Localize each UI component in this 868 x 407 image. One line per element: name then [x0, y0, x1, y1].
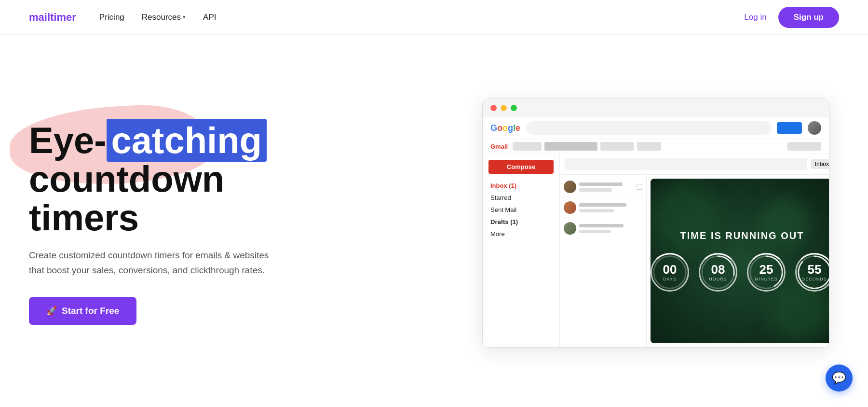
title-catching: catching [107, 119, 267, 162]
google-search-button[interactable] [777, 122, 802, 134]
nav-api[interactable]: API [203, 13, 216, 22]
avatar-2 [564, 201, 576, 214]
nav-resources[interactable]: Resources ▾ [142, 13, 186, 22]
hero-section: Eye-catching countdown timers Create cus… [0, 35, 868, 402]
rocket-icon: 🚀 [46, 306, 57, 316]
timer-hours-circle: 08 HOURS [699, 253, 737, 292]
email-line-2b [579, 209, 614, 212]
gmail-nav-inbox[interactable]: Inbox (1) [483, 180, 559, 192]
nav-links: Pricing Resources ▾ API [99, 13, 217, 22]
timer-days-svg [652, 254, 688, 290]
email-line-3b [579, 230, 611, 233]
gmail-tab-2[interactable] [544, 142, 597, 151]
email-line-3a [579, 224, 624, 227]
email-row-1[interactable] [560, 177, 646, 197]
google-search-bar[interactable] [526, 121, 771, 135]
email-preview-2 [579, 203, 642, 212]
logo-mail: mail [29, 11, 50, 23]
email-preview-1 [579, 182, 634, 192]
hero-title-line2: countdown timers [29, 160, 338, 237]
svg-point-0 [654, 256, 686, 289]
browser-dot-red [490, 105, 497, 111]
gmail-nav-starred[interactable]: Starred [483, 192, 559, 204]
avatar-3 [564, 222, 576, 235]
timer-seconds-circle: 55 SECONDS [795, 253, 829, 292]
navbar: mailtimer Pricing Resources ▾ API Log in… [0, 0, 868, 35]
email-row-3[interactable] [560, 218, 646, 239]
gmail-tab-3[interactable] [600, 142, 634, 151]
avatar-1 [564, 181, 576, 193]
nav-pricing[interactable]: Pricing [99, 13, 124, 22]
brand-logo[interactable]: mailtimer [29, 11, 76, 24]
timer-minutes-circle: 25 MINUTES [747, 253, 786, 292]
email-line-1b [579, 188, 612, 192]
gmail-tab-1[interactable] [513, 142, 542, 151]
user-avatar[interactable] [808, 121, 821, 135]
start-for-free-button[interactable]: 🚀 Start for Free [29, 297, 136, 325]
nav-right: Log in Sign up [744, 7, 839, 28]
browser-chrome [483, 99, 829, 117]
gmail-nav-drafts[interactable]: Drafts (1) [483, 216, 559, 228]
hero-left: Eye-catching countdown timers Create cus… [29, 121, 338, 325]
signup-button[interactable]: Sign up [778, 7, 839, 28]
gmail-nav-sent[interactable]: Sent Mail [483, 204, 559, 216]
hero-description: Create customized countdown timers for e… [29, 248, 280, 278]
nav-left: mailtimer Pricing Resources ▾ API [29, 11, 216, 24]
login-link[interactable]: Log in [744, 13, 766, 22]
timer-minutes-svg [748, 254, 784, 290]
chevron-down-icon: ▾ [183, 14, 186, 20]
timer-circles: 00 DAYS 08 [651, 253, 829, 292]
browser-dot-yellow [501, 105, 507, 111]
email-checkbox-1[interactable] [637, 184, 642, 190]
email-line-2a [579, 203, 626, 207]
gmail-tab-5[interactable] [787, 142, 821, 151]
gmail-content-area: TIME IS RUNNING OUT 00 [560, 175, 829, 347]
email-list [560, 175, 647, 347]
browser-dot-green [511, 105, 517, 111]
email-preview-3 [579, 224, 642, 233]
timer-title: TIME IS RUNNING OUT [680, 230, 804, 241]
google-logo: Google [490, 123, 520, 133]
inbox-bar: Inbox [560, 154, 829, 175]
logo-timer: timer [50, 11, 76, 23]
chat-icon: 💬 [832, 371, 846, 385]
cta-label: Start for Free [62, 306, 119, 316]
timer-preview: TIME IS RUNNING OUT 00 [651, 179, 829, 343]
hero-right: Google Gmail [338, 98, 839, 348]
compose-button[interactable]: Compose [488, 160, 554, 174]
inbox-badge: Inbox [811, 159, 829, 169]
email-row-2[interactable] [560, 197, 646, 218]
chat-bubble[interactable]: 💬 [826, 365, 853, 392]
gmail-sidebar: Compose Inbox (1) Starred Sent Mail Draf… [483, 154, 560, 347]
gmail-main: Inbox [560, 154, 829, 347]
inbox-search[interactable] [565, 158, 807, 170]
timer-days-circle: 00 DAYS [651, 253, 689, 292]
gmail-label: Gmail [490, 143, 508, 150]
gmail-nav-more[interactable]: More [483, 228, 559, 240]
browser-mockup: Google Gmail [482, 98, 829, 348]
email-line-1a [579, 182, 623, 186]
hero-title-line1: Eye-catching [29, 121, 338, 160]
gmail-tabs [513, 142, 661, 151]
timer-seconds-svg [797, 254, 829, 290]
gmail-tab-4[interactable] [637, 142, 661, 151]
timer-hours-svg [700, 254, 736, 290]
title-eye: Eye- [29, 120, 107, 161]
hero-title: Eye-catching countdown timers [29, 121, 338, 237]
